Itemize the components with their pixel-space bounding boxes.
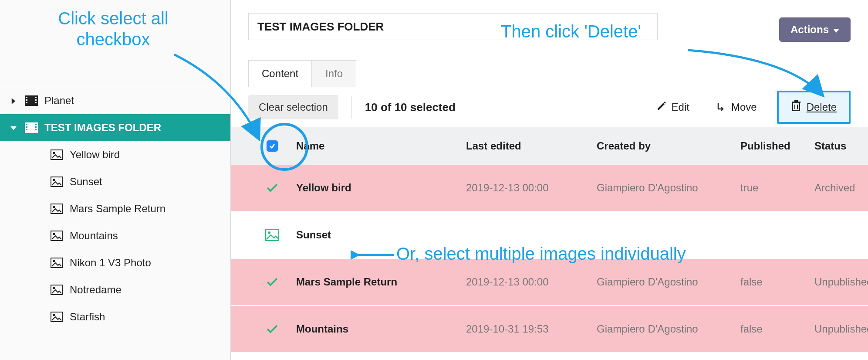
tab-info[interactable]: Info <box>312 60 356 87</box>
col-published[interactable]: Published <box>740 140 814 152</box>
svg-rect-14 <box>35 126 37 128</box>
svg-rect-20 <box>51 204 62 214</box>
svg-point-29 <box>53 314 55 316</box>
selected-check-icon <box>248 277 296 287</box>
col-last-edited[interactable]: Last edited <box>466 140 597 152</box>
tree-item-label: Mountains <box>70 230 118 242</box>
svg-rect-3 <box>26 99 27 101</box>
divider <box>351 96 352 119</box>
clear-selection-button[interactable]: Clear selection <box>248 95 338 119</box>
tree-item-label: Notredame <box>70 284 122 296</box>
svg-rect-16 <box>51 150 62 160</box>
main-panel: Actions Content Info Clear selection 10 … <box>231 0 868 360</box>
edit-button-label: Edit <box>672 101 689 113</box>
tree-item-child[interactable]: Sunset <box>0 168 230 195</box>
svg-rect-22 <box>51 231 62 241</box>
svg-point-27 <box>53 287 55 289</box>
svg-rect-34 <box>792 102 800 103</box>
svg-marker-8 <box>10 126 17 130</box>
table-row[interactable]: Mountains 2019-10-31 19:53 Giampiero D'A… <box>231 306 868 353</box>
row-last-edited: 2019-12-13 00:00 <box>466 276 597 288</box>
svg-rect-18 <box>51 177 62 187</box>
svg-rect-6 <box>35 99 37 101</box>
row-name: Sunset <box>296 229 466 241</box>
row-published: false <box>740 323 814 335</box>
tree-item-label: Yellow bird <box>70 149 120 161</box>
tree-item-label: Mars Sample Return <box>70 203 165 215</box>
tree-item-test-images-folder[interactable]: TEST IMAGES FOLDER <box>0 114 230 141</box>
caret-right-icon <box>10 95 18 107</box>
edit-button[interactable]: Edit <box>650 97 696 118</box>
col-name[interactable]: Name <box>296 140 466 152</box>
row-created-by: Giampiero D'Agostino <box>597 182 740 194</box>
svg-point-23 <box>53 233 55 235</box>
svg-rect-2 <box>26 97 27 98</box>
image-icon <box>50 148 64 162</box>
svg-point-37 <box>268 231 270 234</box>
row-published: false <box>740 276 814 288</box>
tab-content[interactable]: Content <box>248 60 312 87</box>
tabs: Content Info <box>248 60 356 87</box>
select-all-checkbox[interactable] <box>267 140 278 152</box>
svg-marker-0 <box>12 98 15 104</box>
image-icon <box>248 229 296 241</box>
row-name: Mars Sample Return <box>296 276 466 288</box>
svg-rect-15 <box>35 129 37 130</box>
svg-rect-5 <box>35 97 37 98</box>
image-icon <box>50 310 64 324</box>
tree-item-label: Sunset <box>70 176 102 188</box>
svg-point-21 <box>53 206 55 208</box>
actions-button-label: Actions <box>790 24 829 36</box>
folder-title-input[interactable] <box>248 13 658 40</box>
col-created-by[interactable]: Created by <box>597 140 740 152</box>
selection-count: 10 of 10 selected <box>365 101 456 114</box>
svg-rect-35 <box>794 100 798 102</box>
caret-down-icon <box>10 122 18 134</box>
image-icon <box>50 283 64 297</box>
svg-point-25 <box>53 260 55 262</box>
svg-rect-11 <box>26 126 27 128</box>
image-icon <box>50 175 64 189</box>
tree-item-child[interactable]: Nikon 1 V3 Photo <box>0 249 230 276</box>
tree-item-child[interactable]: Notredame <box>0 276 230 303</box>
tree-item-child[interactable]: Yellow bird <box>0 141 230 168</box>
sidebar-header-spacer <box>0 0 230 87</box>
move-button-label: Move <box>731 101 757 113</box>
row-last-edited: 2019-12-13 00:00 <box>466 182 597 194</box>
svg-marker-30 <box>833 29 839 33</box>
svg-rect-24 <box>51 258 62 268</box>
sidebar: Planet TEST IMAGES FOLDER Yellow bird Su… <box>0 0 231 360</box>
selected-check-icon <box>248 324 296 334</box>
tree-item-child[interactable]: Mountains <box>0 222 230 249</box>
svg-point-19 <box>53 179 55 181</box>
row-last-edited: 2019-10-31 19:53 <box>466 323 597 335</box>
tree-item-label: Planet <box>44 95 74 107</box>
image-icon <box>50 256 64 270</box>
table-row[interactable]: Mars Sample Return 2019-12-13 00:00 Giam… <box>231 259 868 306</box>
table-row[interactable]: Sunset <box>231 212 868 259</box>
folder-film-icon <box>24 94 38 108</box>
caret-down-icon <box>833 24 839 36</box>
row-status: Unpublished <box>814 323 868 335</box>
actions-button[interactable]: Actions <box>779 17 851 42</box>
tree-item-child[interactable]: Mars Sample Return <box>0 195 230 222</box>
svg-rect-31 <box>793 103 800 111</box>
tree-item-planet[interactable]: Planet <box>0 87 230 114</box>
image-icon <box>50 229 64 243</box>
delete-button-label: Delete <box>807 101 837 113</box>
move-button[interactable]: Move <box>709 97 764 118</box>
row-published: true <box>740 182 814 194</box>
selection-toolbar: Clear selection 10 of 10 selected Edit M… <box>231 87 868 127</box>
table-row[interactable]: Yellow bird 2019-12-13 00:00 Giampiero D… <box>231 165 868 212</box>
col-status[interactable]: Status <box>814 140 851 152</box>
svg-rect-4 <box>26 102 27 103</box>
pencil-icon <box>657 101 666 113</box>
sidebar-tree: Planet TEST IMAGES FOLDER Yellow bird Su… <box>0 87 230 330</box>
tree-item-child[interactable]: Starfish <box>0 303 230 330</box>
folder-film-icon <box>24 121 38 135</box>
tree-item-label: TEST IMAGES FOLDER <box>44 122 161 134</box>
image-icon <box>50 202 64 216</box>
row-created-by: Giampiero D'Agostino <box>597 323 740 335</box>
delete-button[interactable]: Delete <box>777 91 851 124</box>
svg-point-17 <box>53 152 55 154</box>
